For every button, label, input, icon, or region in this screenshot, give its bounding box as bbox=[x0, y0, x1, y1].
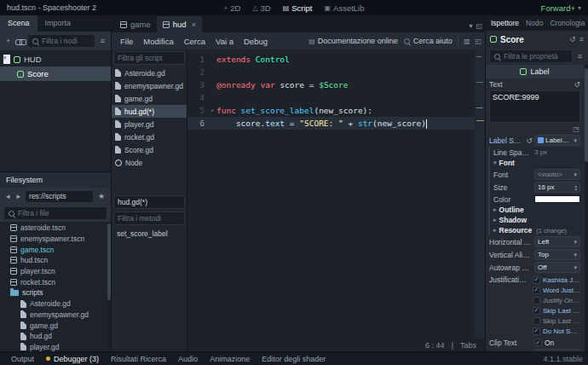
color-swatch[interactable] bbox=[534, 195, 580, 203]
expand-icon[interactable]: ◳ bbox=[573, 125, 579, 133]
section-resource[interactable]: ▸ Resource (1 change) bbox=[490, 225, 584, 235]
panel-debugger[interactable]: Debugger (3) bbox=[40, 355, 105, 363]
file-row[interactable]: enemyspawner.tscn bbox=[0, 234, 111, 245]
panel-shader-editor[interactable]: Editor degli shader bbox=[256, 355, 331, 363]
scrollbar[interactable] bbox=[107, 222, 111, 351]
line-spacing-value[interactable]: 3 px bbox=[534, 148, 580, 156]
code-minimap[interactable] bbox=[475, 49, 485, 339]
script-item[interactable]: Asteroide.gd bbox=[112, 67, 187, 79]
methods-filter[interactable] bbox=[113, 211, 185, 225]
scripts-filter-input[interactable] bbox=[118, 54, 181, 62]
fold-icon[interactable]: ▾ bbox=[208, 107, 216, 114]
file-row[interactable]: game.tscn bbox=[0, 244, 111, 255]
file-row[interactable]: rocket.tscn bbox=[0, 276, 111, 287]
folder-row[interactable]: scripts bbox=[0, 287, 111, 298]
flag-skip-last-line[interactable]: ✓ Skip Last Line bbox=[531, 305, 580, 316]
scrollbar[interactable] bbox=[585, 65, 588, 351]
file-row[interactable]: game.gd bbox=[0, 320, 111, 331]
file-row[interactable]: Asteroide.gd bbox=[0, 298, 111, 310]
add-node-button[interactable]: + bbox=[3, 34, 13, 48]
file-row[interactable]: hud.gd bbox=[0, 331, 111, 342]
online-docs-button[interactable]: ▤ Documentazione online bbox=[308, 37, 398, 45]
filesystem-path[interactable]: res://scripts bbox=[25, 190, 94, 203]
scene-filter[interactable] bbox=[27, 34, 95, 48]
flag-justify-only-after[interactable]: Justify Only After Last Tab bbox=[531, 295, 580, 305]
filesystem-filter[interactable] bbox=[3, 206, 107, 220]
panel-audio[interactable]: Audio bbox=[172, 355, 204, 363]
autowrap-mode-dropdown[interactable]: Off ▾ bbox=[534, 262, 580, 273]
tab-nodo[interactable]: Nodo bbox=[526, 19, 543, 27]
label-settings-resource-picker[interactable]: LabelSet ▾ bbox=[534, 135, 580, 146]
flag-word-justification[interactable]: ✓ Word Justification bbox=[531, 285, 580, 295]
collapse-icon[interactable]: ▾ bbox=[3, 55, 10, 64]
tab-3d[interactable]: △3D bbox=[252, 3, 270, 13]
font-size-spinner[interactable]: 16 px ▴▾ bbox=[534, 182, 580, 193]
expand-editor-icon[interactable]: ◱ bbox=[476, 22, 482, 30]
clip-text-checkbox[interactable]: ✓ On bbox=[534, 339, 580, 347]
tab-ispettore[interactable]: Ispettore bbox=[491, 19, 519, 27]
menu-cerca[interactable]: Cerca bbox=[179, 37, 210, 46]
property-filter-input[interactable] bbox=[504, 52, 568, 61]
panel-output[interactable]: Output bbox=[5, 355, 40, 363]
method-item[interactable]: set_score_label bbox=[112, 227, 187, 240]
script-item[interactable]: enemyspawner.gd bbox=[112, 79, 187, 92]
category-label[interactable]: Label bbox=[486, 65, 584, 78]
script-item[interactable]: Score.gd bbox=[112, 143, 187, 156]
property-filter[interactable] bbox=[489, 49, 573, 63]
forward-icon[interactable]: ▸ bbox=[14, 189, 24, 203]
scene-filter-input[interactable] bbox=[42, 37, 90, 45]
vertical-alignment-dropdown[interactable]: Top ▾ bbox=[534, 249, 580, 260]
book-icon[interactable]: ▥ bbox=[464, 38, 470, 45]
flag-skip-last-line-visible[interactable]: Skip Last Line With Visible Characters bbox=[531, 316, 580, 326]
file-row[interactable]: asteroide.tscn bbox=[0, 223, 111, 234]
file-row[interactable]: player.tscn bbox=[0, 266, 111, 277]
scene-tab-game[interactable]: game bbox=[114, 16, 157, 32]
history-icon[interactable]: ↺ bbox=[569, 35, 576, 43]
renderer-selector[interactable]: Forward+ ▾ bbox=[541, 3, 581, 13]
script-item-node-doc[interactable]: Node bbox=[112, 156, 187, 169]
tab-script[interactable]: ▤Script bbox=[283, 3, 313, 13]
menu-debug[interactable]: Debug bbox=[239, 37, 273, 46]
spinner-arrows-icon[interactable]: ▴▾ bbox=[574, 184, 577, 191]
file-row[interactable]: enemyspawner.gd bbox=[0, 310, 111, 321]
float-panel-icon[interactable]: ◱ bbox=[475, 38, 481, 45]
flag-kashida[interactable]: ✓ Kashida Justification bbox=[531, 275, 580, 285]
tree-row-score[interactable]: Score bbox=[0, 67, 111, 81]
filesystem-filter-input[interactable] bbox=[18, 209, 103, 217]
methods-filter-input[interactable] bbox=[118, 214, 181, 223]
scene-options-icon[interactable]: ≡ bbox=[98, 34, 107, 48]
scrollbar-thumb[interactable] bbox=[585, 68, 588, 162]
tree-row-hud[interactable]: ▾ HUD bbox=[0, 52, 111, 67]
tab-importa[interactable]: Importa bbox=[37, 15, 79, 32]
revert-icon[interactable]: ↺ bbox=[574, 80, 580, 89]
flag-do-not-skip-single[interactable]: ✓ Do Not Skip Single Line bbox=[531, 326, 580, 336]
file-row[interactable]: hud.tscn bbox=[0, 255, 111, 266]
instance-scene-icon[interactable] bbox=[15, 38, 25, 44]
tab-assetlib[interactable]: ▣AssetLib bbox=[325, 3, 365, 13]
tools-icon[interactable]: ≡ bbox=[579, 35, 584, 43]
revert-icon[interactable]: ↺ bbox=[526, 136, 533, 145]
favorite-icon[interactable]: ★ bbox=[95, 189, 107, 203]
horizontal-alignment-dropdown[interactable]: Left ▾ bbox=[534, 236, 580, 247]
section-font[interactable]: ▾ Font bbox=[490, 158, 584, 168]
scripts-filter[interactable] bbox=[113, 51, 185, 65]
panel-risultati-ricerca[interactable]: Risultati Ricerca bbox=[105, 355, 172, 363]
menu-vai-a[interactable]: Vai a bbox=[210, 37, 239, 46]
tab-2d[interactable]: +2D bbox=[224, 3, 241, 13]
section-outline[interactable]: ▸ Outline bbox=[490, 205, 584, 215]
font-picker[interactable]: <vuoto> ▾ bbox=[534, 169, 580, 180]
search-help-button[interactable]: Cerca aiuto bbox=[403, 37, 453, 45]
text-overrun-dropdown[interactable]: Trim Nothing ▾ bbox=[534, 349, 580, 351]
scene-tab-hud[interactable]: hud × bbox=[157, 16, 202, 32]
close-icon[interactable]: × bbox=[192, 20, 196, 29]
code-editor[interactable]: 1 extends Control 2 3 @onready var score… bbox=[187, 49, 485, 351]
back-icon[interactable]: ◂ bbox=[3, 189, 13, 203]
inspector-options-icon[interactable]: ≡ bbox=[575, 49, 585, 63]
tab-scena[interactable]: Scena bbox=[0, 15, 37, 32]
menu-file[interactable]: File bbox=[115, 37, 138, 46]
scrollbar-thumb[interactable] bbox=[107, 223, 111, 300]
script-item[interactable]: player.gd bbox=[112, 118, 187, 130]
script-item[interactable]: game.gd bbox=[112, 92, 187, 105]
script-item[interactable]: rocket.gd bbox=[112, 130, 187, 143]
indent-type[interactable]: Tabs bbox=[460, 341, 476, 350]
